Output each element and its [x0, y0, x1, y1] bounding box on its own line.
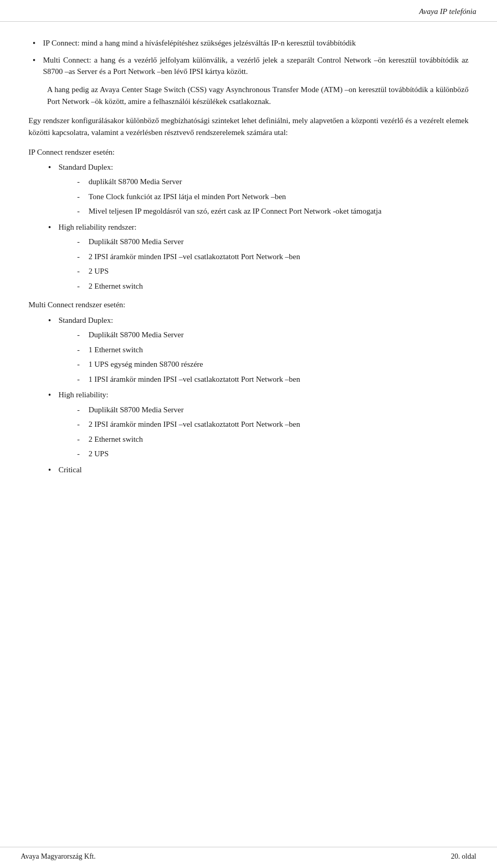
para-hang: A hang pedig az Avaya Center Stage Switc…	[28, 84, 469, 108]
list-item: 2 IPSI áramkör minden IPSI –vel csatlako…	[74, 251, 469, 263]
multi-standard-duplex-items: Duplikált S8700 Media Server 1 Ethernet …	[74, 329, 469, 385]
ip-standard-duplex-items: duplikált S8700 Media Server Tone Clock …	[74, 176, 469, 217]
bullet-item-ip-connect: IP Connect: mind a hang mind a hívásfelé…	[28, 37, 469, 49]
list-item: 1 Ethernet switch	[74, 344, 469, 356]
list-item: 2 UPS	[74, 265, 469, 277]
list-item: 2 Ethernet switch	[74, 280, 469, 292]
multi-connect-list: Standard Duplex: Duplikált S8700 Media S…	[44, 315, 469, 476]
multi-high-reliability: High reliability: Duplikált S8700 Media …	[44, 389, 469, 460]
page-footer: Avaya Magyarország Kft. 20. oldal	[0, 847, 497, 868]
page-wrapper: Avaya IP telefónia IP Connect: mind a ha…	[0, 0, 497, 868]
list-item: 1 UPS egység minden S8700 részére	[74, 358, 469, 370]
para-konfiguralaskor: Egy rendszer konfigurálásakor különböző …	[28, 115, 469, 139]
ip-high-reliability-items: Duplikált S8700 Media Server 2 IPSI áram…	[74, 236, 469, 292]
ip-standard-duplex: Standard Duplex: duplikált S8700 Media S…	[44, 161, 469, 217]
list-item: Duplikált S8700 Media Server	[74, 236, 469, 248]
list-item: Duplikált S8700 Media Server	[74, 404, 469, 416]
list-item: 2 Ethernet switch	[74, 433, 469, 445]
multi-high-reliability-items: Duplikált S8700 Media Server 2 IPSI áram…	[74, 404, 469, 460]
ip-high-reliability: High reliability rendszer: Duplikált S87…	[44, 221, 469, 292]
multi-standard-duplex: Standard Duplex: Duplikált S8700 Media S…	[44, 315, 469, 385]
ip-standard-duplex-label: Standard Duplex:	[59, 163, 113, 171]
ip-connect-list: Standard Duplex: duplikált S8700 Media S…	[44, 161, 469, 292]
multi-standard-duplex-label: Standard Duplex:	[59, 316, 113, 324]
footer-page: 20. oldal	[451, 852, 476, 861]
list-item: duplikált S8700 Media Server	[74, 176, 469, 188]
list-item: 2 UPS	[74, 448, 469, 460]
list-item: Tone Clock funkciót az IPSI látja el min…	[74, 191, 469, 203]
page-content: IP Connect: mind a hang mind a hívásfelé…	[0, 22, 497, 847]
header-title: Avaya IP telefónia	[419, 7, 476, 16]
multi-critical-label: Critical	[59, 466, 82, 474]
ip-connect-label: IP Connect rendszer esetén:	[28, 146, 469, 158]
ip-high-reliability-label: High reliability rendszer:	[59, 223, 137, 231]
multi-critical: Critical	[44, 464, 469, 476]
list-item: Duplikált S8700 Media Server	[74, 329, 469, 341]
list-item: 1 IPSI áramkör minden IPSI –vel csatlako…	[74, 373, 469, 385]
multi-high-reliability-label: High reliability:	[59, 391, 108, 399]
multi-connect-label: Multi Connect rendszer esetén:	[28, 299, 469, 311]
list-item: 2 IPSI áramkör minden IPSI –vel csatlako…	[74, 418, 469, 430]
footer-company: Avaya Magyarország Kft.	[21, 852, 96, 861]
bullet-item-multi-connect: Multi Connect: a hang és a vezérlő jelfo…	[28, 54, 469, 78]
list-item: Mivel teljesen IP megoldásról van szó, e…	[74, 205, 469, 217]
page-header: Avaya IP telefónia	[0, 0, 497, 22]
intro-bullet-list: IP Connect: mind a hang mind a hívásfelé…	[28, 37, 469, 78]
